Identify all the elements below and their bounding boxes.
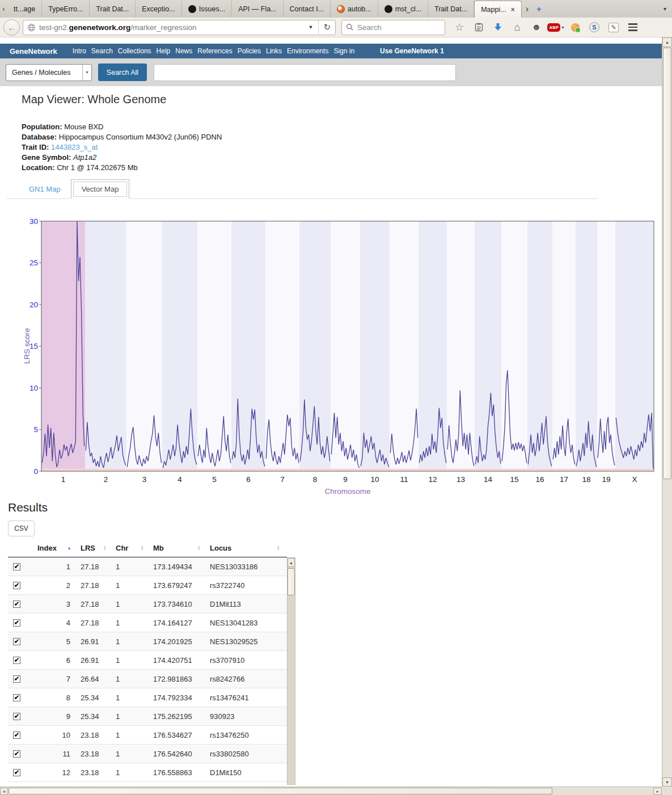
sort-asc-icon[interactable]: ▲ [67, 545, 71, 551]
column-header-checkbox[interactable] [8, 539, 33, 557]
nav-item-intro[interactable]: Intro [73, 47, 86, 55]
info-value[interactable]: 1443823_s_at [51, 143, 98, 151]
reading-list-icon[interactable] [475, 23, 483, 32]
column-header-index[interactable]: Index▲ [33, 539, 76, 557]
row-checkbox[interactable]: ✔ [13, 601, 20, 608]
column-header-mb[interactable]: Mb▲▼ [149, 539, 205, 557]
nav-item-collections[interactable]: Collections [118, 47, 151, 55]
search-all-button[interactable]: Search All [98, 64, 147, 81]
chat-icon[interactable]: ☻ [532, 22, 542, 32]
table-row[interactable]: ✔825.341174.792334rs13476241 [8, 688, 287, 707]
reload-icon[interactable]: ↻ [319, 22, 335, 32]
tab-gn1-map[interactable]: GN1 Map [19, 180, 71, 198]
table-row[interactable]: ✔726.641172.981863rs8242766 [8, 670, 287, 688]
column-header-lrs[interactable]: LRS▲▼ [76, 539, 111, 557]
row-checkbox[interactable]: ✔ [13, 713, 20, 720]
url-bar[interactable]: test-gn2.genenetwork.org/marker_regressi… [23, 20, 336, 35]
browser-tab[interactable]: TypeErro... [42, 1, 90, 18]
adblock-icon[interactable]: ABP▾ [547, 23, 564, 32]
browser-search-field[interactable]: Search [341, 20, 445, 35]
row-checkbox[interactable]: ✔ [13, 657, 20, 664]
browser-tab[interactable]: Exceptio... [136, 1, 181, 18]
csv-button[interactable]: CSV [8, 521, 35, 536]
table-row[interactable]: ✔1223.181176.558863D1Mit150 [8, 763, 287, 782]
nav-item-search[interactable]: Search [91, 47, 113, 55]
row-checkbox[interactable]: ✔ [13, 694, 20, 701]
nav-item-references[interactable]: References [197, 47, 232, 55]
browser-tab[interactable]: Issues... [182, 1, 233, 18]
bookmark-star-icon[interactable]: ☆ [455, 21, 464, 33]
row-checkbox[interactable]: ✔ [13, 769, 20, 776]
new-tab-button[interactable]: + [532, 0, 546, 18]
tab-list-caret-icon[interactable]: ▾ [660, 0, 672, 18]
brand-genenetwork[interactable]: GeneNetwork [10, 47, 57, 56]
search-category-select[interactable]: Genes / Molecules ▾ [6, 64, 92, 81]
menu-icon[interactable] [628, 23, 637, 31]
table-row[interactable]: ✔427.181174.164127NES13041283 [8, 614, 287, 632]
table-scrollbar[interactable]: ▲ [287, 557, 295, 785]
downloads-icon[interactable] [493, 23, 502, 32]
row-checkbox[interactable]: ✔ [13, 638, 20, 645]
sort-icon[interactable]: ▲▼ [277, 545, 280, 551]
sort-icon[interactable]: ▲▼ [103, 545, 107, 551]
browser-tab[interactable]: mst_cl... [378, 1, 429, 18]
nav-item-links[interactable]: Links [266, 47, 282, 55]
scroll-up-icon[interactable]: ▲ [662, 37, 672, 47]
vertical-scrollbar-thumb[interactable] [663, 48, 671, 479]
svg-text:10: 10 [370, 475, 379, 484]
sort-icon[interactable]: ▲▼ [197, 545, 201, 551]
table-row[interactable]: ✔1023.181176.534627rs13476250 [8, 726, 287, 745]
browser-tab[interactable]: Trait Dat... [90, 1, 136, 18]
nav-item-policies[interactable]: Policies [238, 47, 261, 55]
back-button[interactable]: ← [3, 19, 20, 36]
row-checkbox[interactable]: ✔ [13, 619, 20, 627]
nav-item-sign-in[interactable]: Sign in [333, 47, 354, 55]
browser-tab[interactable]: Contact I... [284, 1, 331, 18]
tab-vector-map[interactable]: Vector Map [71, 179, 130, 199]
table-row[interactable]: ✔227.181173.679247rs3722740 [8, 576, 287, 595]
table-row[interactable]: ✔626.911174.420751rs3707910 [8, 651, 287, 670]
page-vertical-scrollbar[interactable]: ▲ ▼ [662, 37, 672, 786]
genome-lrs-chart[interactable]: 0510152025301234567891011121314151617181… [22, 217, 657, 501]
home-icon[interactable]: ⌂ [514, 22, 521, 33]
tab-overflow-icon[interactable]: › [522, 0, 532, 18]
page-horizontal-scrollbar[interactable]: ◂ ▸ [0, 786, 662, 795]
row-checkbox[interactable]: ✔ [13, 731, 20, 739]
table-row[interactable]: ✔127.181173.149434NES13033186 [8, 557, 287, 576]
row-checkbox[interactable]: ✔ [13, 675, 20, 683]
browser-tab[interactable]: Trait Dat... [428, 1, 474, 18]
nav-item-news[interactable]: News [175, 47, 192, 55]
row-checkbox[interactable]: ✔ [13, 563, 20, 570]
browser-tab[interactable]: Mappi...× [474, 1, 521, 18]
row-checkbox[interactable]: ✔ [13, 750, 20, 758]
row-checkbox[interactable]: ✔ [13, 582, 20, 589]
table-row[interactable]: ✔925.341175.262195930923 [8, 707, 287, 726]
scroll-down-icon[interactable]: ▼ [662, 777, 672, 786]
column-header-locus[interactable]: Locus▲▼ [205, 539, 285, 557]
health-addon-icon[interactable] [571, 23, 580, 32]
s-addon-icon[interactable]: S [589, 22, 599, 32]
table-scroll-up-icon[interactable]: ▲ [288, 558, 295, 567]
scroll-left-icon[interactable]: ◂ [0, 788, 8, 795]
table-row[interactable]: ✔327.181173.734610D1Mit113 [8, 595, 287, 614]
column-header-chr[interactable]: Chr▲▼ [111, 539, 149, 557]
search-terms-input[interactable] [154, 64, 456, 81]
browser-tab[interactable]: tt...age [7, 1, 42, 18]
cell-lrs: 27.18 [76, 619, 111, 627]
table-scrollbar-thumb[interactable] [288, 568, 295, 595]
scroll-right-icon[interactable]: ▸ [653, 788, 662, 795]
nav-item-help[interactable]: Help [157, 47, 171, 55]
url-dropdown-caret-icon[interactable]: ▼ [303, 20, 319, 35]
table-row[interactable]: ✔526.911174.201925NES13029525 [8, 632, 287, 651]
browser-tab[interactable]: autob... [331, 1, 378, 18]
table-row[interactable]: ✔1123.181176.542640rs33802580 [8, 745, 287, 763]
tab-scroll-left-icon[interactable]: ‹ [0, 0, 7, 18]
use-genenetwork1-link[interactable]: Use GeneNetwork 1 [380, 47, 444, 55]
compose-icon[interactable]: ✎ [608, 23, 619, 32]
sort-icon[interactable]: ▲▼ [141, 545, 144, 551]
nav-item-environments[interactable]: Environments [287, 47, 328, 55]
browser-tab[interactable]: API — Fla... [232, 1, 283, 18]
tab-close-icon[interactable]: × [511, 6, 515, 14]
horizontal-scrollbar-thumb[interactable] [9, 788, 552, 794]
select-caret-icon[interactable]: ▾ [82, 65, 91, 81]
